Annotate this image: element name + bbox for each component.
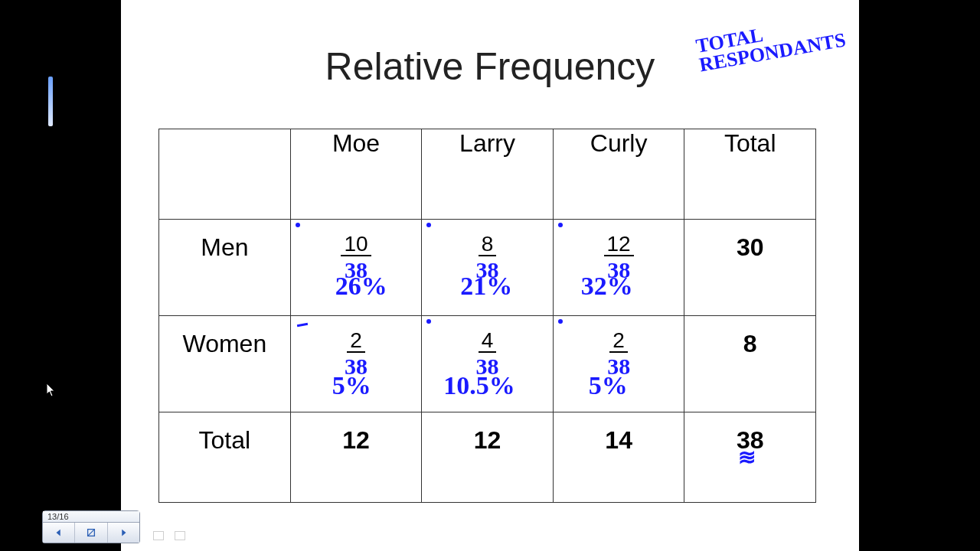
cell-percent: 26%	[335, 272, 387, 301]
grand-total: 38 ≋	[684, 412, 816, 503]
faint-icon	[175, 531, 185, 540]
faint-icon	[153, 531, 164, 540]
cell-percent: 5%	[332, 371, 371, 400]
cell-percent: 10.5%	[443, 371, 515, 400]
cell-percent: 21%	[460, 272, 512, 301]
col-header-moe: Moe	[290, 129, 422, 220]
ink-dot-icon	[558, 223, 563, 227]
ink-dot-icon	[426, 223, 431, 227]
table-row: Men 10 38 26% 8 38 21% 12 38 32% 30	[159, 220, 816, 316]
slide-nav-toolbar: 13/16	[42, 510, 140, 543]
row-label-men: Men	[159, 220, 291, 316]
prev-slide-button[interactable]	[43, 523, 75, 543]
row-total-men: 30	[684, 220, 816, 316]
cell-numerator: 2	[347, 330, 365, 353]
cell-numerator: 2	[609, 330, 628, 353]
left-slider-mark	[48, 77, 53, 126]
col-header-blank	[159, 129, 291, 220]
cell-men-curly: 12 38 32%	[553, 220, 684, 316]
next-slide-button[interactable]	[108, 523, 139, 543]
row-label-women: Women	[159, 316, 291, 412]
slide-canvas: Relative Frequency TOTAL RESPONDANTS Moe…	[121, 0, 859, 551]
col-total-moe: 12	[290, 412, 422, 503]
cell-women-curly: 2 38 5%	[553, 316, 684, 412]
cell-men-moe: 10 38 26%	[290, 220, 422, 316]
col-header-larry: Larry	[422, 129, 554, 220]
footer-label: Total	[159, 412, 291, 503]
svg-line-1	[88, 530, 95, 536]
col-total-larry: 12	[422, 412, 554, 503]
cell-numerator: 4	[479, 330, 497, 353]
ink-dot-icon	[296, 223, 300, 227]
slide-counter: 13/16	[43, 511, 139, 523]
slide-show-menu-button[interactable]	[75, 523, 107, 543]
table-header-row: Moe Larry Curly Total	[159, 129, 816, 220]
cell-men-larry: 8 38 21%	[422, 220, 554, 316]
pen-menu-icon	[86, 527, 96, 538]
col-header-curly: Curly	[553, 129, 684, 220]
cell-numerator: 10	[341, 233, 371, 256]
frequency-table: Moe Larry Curly Total Men 10 38 26% 8 38…	[158, 129, 816, 503]
arrow-left-icon	[54, 527, 64, 538]
ink-dash-icon	[297, 323, 308, 327]
mouse-cursor-icon	[46, 383, 57, 398]
cell-numerator: 12	[604, 233, 634, 256]
ink-underline-icon: ≋	[738, 445, 751, 470]
faint-view-icons	[153, 531, 185, 540]
cell-women-moe: 2 38 5%	[290, 316, 422, 412]
cell-women-larry: 4 38 10.5%	[422, 316, 554, 412]
row-total-women: 8	[684, 316, 816, 412]
cell-percent: 32%	[581, 272, 633, 301]
cell-percent: 5%	[589, 371, 628, 400]
arrow-right-icon	[118, 527, 129, 538]
table-row: Women 2 38 5% 4 38 10.5% 2 38 5% 8	[159, 316, 816, 412]
ink-dot-icon	[426, 319, 431, 324]
cell-numerator: 8	[479, 233, 497, 256]
col-total-curly: 14	[553, 412, 684, 503]
table-footer-row: Total 12 12 14 38 ≋	[159, 412, 816, 503]
ink-dot-icon	[558, 319, 563, 324]
col-header-total: Total	[684, 129, 816, 220]
